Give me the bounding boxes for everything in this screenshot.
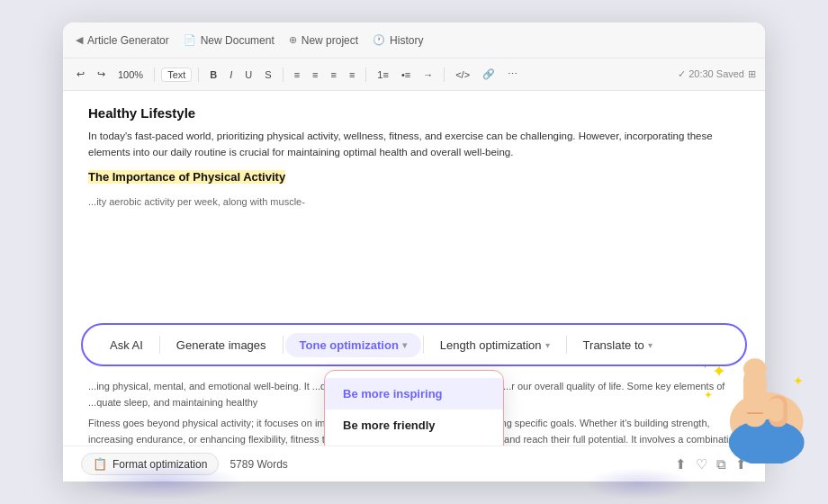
ai-divider-3 [423,336,424,354]
document-subtitle-container: The Importance of Physical Activity [88,168,740,187]
grid-icon: ⊞ [748,68,756,80]
ask-ai-button[interactable]: Ask AI [95,333,158,357]
format-icon: 📋 [93,457,107,471]
toolbar-divider-4 [365,68,366,82]
generate-images-button[interactable]: Generate images [162,333,281,357]
titlebar-history-label: History [390,34,423,47]
toolbar-divider-3 [283,68,284,82]
save-status-text: ✓ 20:30 Saved [678,68,744,80]
code-button[interactable]: </> [451,68,474,82]
toolbar-divider-5 [444,68,445,82]
align-center-button[interactable]: ≡ [308,68,322,82]
length-chevron-icon: ▾ [545,340,550,350]
more-button[interactable]: ⋯ [503,67,522,82]
redo-button[interactable]: ↪ [93,67,110,82]
dropdown-item-professional[interactable]: Be more professional [325,441,503,446]
dropdown-item-inspiring[interactable]: Be more inspiring [325,378,503,410]
doc-icon: 📄 [184,34,196,46]
strikethrough-button[interactable]: S [260,68,275,82]
titlebar-back[interactable]: ◀ Article Generator [76,34,169,47]
titlebar-article-gen: Article Generator [87,34,169,47]
align-right-button[interactable]: ≡ [326,68,340,82]
svg-rect-5 [769,399,783,422]
toolbar-divider-2 [198,68,199,82]
document-paragraph-1: In today's fast-paced world, prioritizin… [88,128,740,161]
tone-optimization-label: Tone optimization [300,338,399,352]
word-count: 5789 Words [230,458,287,471]
titlebar-new-doc-label: New Document [201,34,274,47]
ai-divider-4 [566,336,567,354]
format-optimization-badge[interactable]: 📋 Format optimization [81,453,219,475]
unordered-list-button[interactable]: •≡ [397,68,415,82]
bottom-action-icons: ⬆ ♡ ⧉ ⬆ [675,456,747,472]
svg-rect-4 [769,395,788,427]
align-left-button[interactable]: ≡ [290,68,304,82]
svg-text:✦: ✦ [793,374,804,388]
titlebar: ◀ Article Generator 📄 New Document ⊕ New… [63,22,765,58]
indent-button[interactable]: → [418,68,437,82]
dropdown-item-friendly[interactable]: Be more friendly [325,410,503,441]
copy-icon[interactable]: ⧉ [716,456,726,472]
heart-icon[interactable]: ♡ [696,456,707,472]
length-optimization-button[interactable]: Length optimization ▾ [426,333,564,357]
plus-icon: ⊕ [289,34,297,46]
titlebar-history[interactable]: 🕐 History [373,34,423,47]
justify-button[interactable]: ≡ [345,68,359,82]
save-status: ✓ 20:30 Saved ⊞ [678,68,756,80]
back-icon: ◀ [76,34,83,46]
editor-content: Healthy Lifestyle In today's fast-paced … [63,91,765,446]
titlebar-new-project[interactable]: ⊕ New project [289,34,358,47]
share-icon[interactable]: ⬆ [735,456,747,472]
document-subtitle: The Importance of Physical Activity [88,170,285,184]
toolbar-divider-1 [154,68,155,82]
document-paragraph-2: ...ity aerobic activity per week, along … [88,194,740,211]
ordered-list-button[interactable]: 1≡ [373,68,393,82]
document-area: Healthy Lifestyle In today's fast-paced … [63,91,765,323]
translate-label: Translate to [583,338,644,352]
translate-chevron-icon: ▾ [648,340,652,350]
zoom-button[interactable]: 100% [113,68,148,82]
underline-button[interactable]: U [240,68,256,82]
bold-button[interactable]: B [205,68,221,82]
ai-toolbar: Ask AI Generate images Tone optimization… [81,323,747,366]
italic-button[interactable]: I [225,68,237,82]
ai-divider-1 [159,336,160,354]
tone-dropdown-menu: Be more inspiring Be more friendly Be mo… [324,370,504,446]
download-icon[interactable]: ⬆ [675,456,687,472]
format-optimization-label: Format optimization [112,458,207,471]
translate-button[interactable]: Translate to ▾ [569,333,667,357]
length-optimization-label: Length optimization [440,338,542,352]
document-title: Healthy Lifestyle [88,105,740,121]
tone-optimization-button[interactable]: Tone optimization ▾ Be more inspiring Be… [285,333,421,357]
undo-button[interactable]: ↩ [72,67,89,82]
titlebar-new-project-label: New project [302,34,358,47]
history-icon: 🕐 [373,34,385,46]
tone-chevron-icon: ▾ [402,340,407,350]
text-format-select[interactable]: Text [161,68,192,82]
titlebar-new-doc[interactable]: 📄 New Document [184,34,274,47]
bottom-bar: 📋 Format optimization 5789 Words ⬆ ♡ ⧉ ⬆ [63,446,765,482]
main-window: ◀ Article Generator 📄 New Document ⊕ New… [63,22,765,482]
link-button[interactable]: 🔗 [478,67,500,82]
editor-toolbar: ↩ ↪ 100% Text B I U S ≡ ≡ ≡ ≡ 1≡ •≡ → </… [63,58,765,91]
ai-divider-2 [283,336,284,354]
